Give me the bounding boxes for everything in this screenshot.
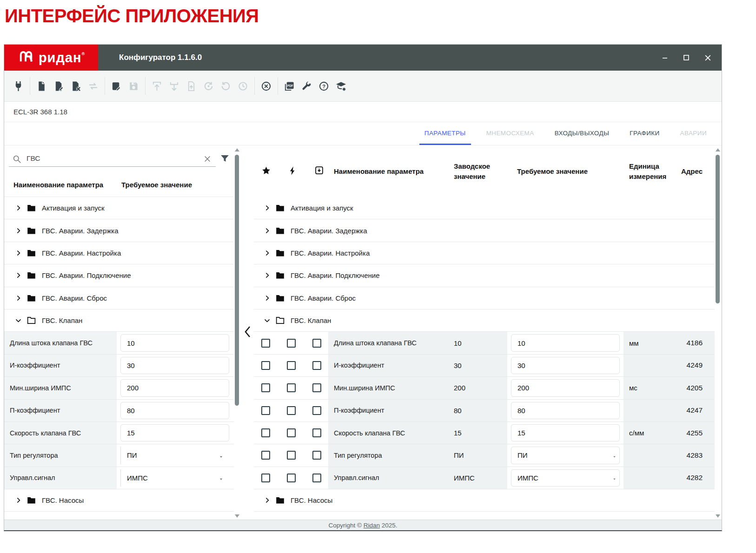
tree-group-row[interactable]: ГВС. Аварии. Задержка: [4, 219, 234, 242]
star-checkbox[interactable]: [261, 361, 270, 370]
lightning-checkbox[interactable]: [287, 361, 296, 370]
required-value-select[interactable]: ПИ: [117, 444, 234, 466]
required-value-input[interactable]: [120, 424, 229, 441]
required-value-select[interactable]: ИМПС: [507, 467, 623, 489]
required-value-input[interactable]: [120, 379, 229, 396]
restore-icon[interactable]: [200, 78, 217, 95]
footer: Copyright © Ridan 2025.: [4, 520, 722, 530]
write-config-icon[interactable]: [108, 78, 125, 95]
tree-group-row[interactable]: ГВС. Аварии. Настройка: [254, 242, 715, 264]
star-checkbox[interactable]: [261, 406, 270, 415]
tree-group-row[interactable]: Активация и запуск: [4, 197, 234, 219]
column-required-header: Требуемое значение: [121, 181, 192, 189]
download-icon[interactable]: [166, 78, 183, 95]
unit-value: мм: [623, 332, 675, 354]
minimize-button[interactable]: [661, 54, 669, 61]
edit-file-icon[interactable]: [50, 78, 67, 95]
tree-group-row[interactable]: ГВС. Аварии. Задержка: [254, 219, 715, 242]
collapse-panel-chevron[interactable]: [244, 326, 251, 340]
scroll-up-arrow[interactable]: [716, 148, 720, 151]
download-checkbox[interactable]: [312, 451, 321, 460]
save-icon[interactable]: [125, 78, 142, 95]
scrollbar-thumb[interactable]: [716, 155, 720, 303]
tree-group-row[interactable]: ГВС. Аварии. Сброс: [4, 287, 234, 309]
training-icon[interactable]: [332, 78, 350, 95]
chevron-down-icon: [219, 453, 224, 458]
download-checkbox[interactable]: [312, 361, 321, 370]
help-icon[interactable]: ?: [315, 78, 332, 95]
param-name: Длина штока клапана ГВС: [328, 332, 454, 354]
star-checkbox[interactable]: [261, 383, 270, 392]
tab-mnemoscheme[interactable]: МНЕМОСХЕМА: [481, 122, 539, 145]
tree-group-row[interactable]: ГВС. Аварии. Подключение: [254, 264, 715, 287]
star-checkbox[interactable]: [261, 428, 270, 437]
export-pdf-icon[interactable]: PDF: [281, 78, 298, 95]
clear-search-icon[interactable]: [203, 155, 212, 163]
upload-file-icon[interactable]: [183, 78, 200, 95]
delete-file-icon[interactable]: [67, 78, 85, 95]
tree-group-row[interactable]: ГВС. Насосы: [4, 489, 234, 512]
star-checkbox[interactable]: [261, 451, 270, 460]
scroll-down-arrow[interactable]: [716, 514, 720, 518]
required-value-input[interactable]: [120, 334, 229, 351]
tab-parameters[interactable]: ПАРАМЕТРЫ: [419, 122, 471, 145]
download-checkbox[interactable]: [312, 406, 321, 415]
param-row: П-коэффициент 80 4247: [254, 400, 715, 422]
history-clock-icon[interactable]: [234, 78, 252, 95]
tab-inputs-outputs[interactable]: ВХОДЫ/ВЫХОДЫ: [550, 122, 615, 145]
download-checkbox[interactable]: [312, 383, 321, 392]
required-value-input[interactable]: [511, 357, 620, 374]
scroll-down-arrow[interactable]: [235, 514, 239, 518]
chevron-down-icon: [612, 453, 617, 458]
column-name-header: Наименование параметра: [328, 167, 454, 175]
scroll-up-arrow[interactable]: [235, 148, 239, 151]
sync-icon[interactable]: [85, 78, 102, 95]
lightning-checkbox[interactable]: [287, 383, 296, 392]
required-value-input[interactable]: [120, 402, 229, 419]
tree-group-row[interactable]: ГВС. Аварии. Настройка: [4, 242, 234, 264]
tree-group-row[interactable]: ГВС. Основные настройки: [4, 512, 234, 520]
param-row: И-коэффициент: [4, 355, 234, 377]
required-value-input[interactable]: [120, 357, 229, 374]
lightning-checkbox[interactable]: [287, 339, 296, 348]
required-value-input[interactable]: [511, 424, 620, 441]
service-wrench-icon[interactable]: [298, 78, 315, 95]
tree-group-row-expanded[interactable]: ГВС. Клапан: [4, 309, 234, 332]
scrollbar-thumb[interactable]: [235, 155, 239, 406]
required-value-input[interactable]: [511, 379, 620, 396]
disconnect-icon[interactable]: [258, 78, 275, 95]
param-name: Длина штока клапана ГВС: [4, 332, 117, 354]
group-label: ГВС. Аварии. Сброс: [291, 294, 356, 302]
tree-group-row-expanded[interactable]: ГВС. Клапан: [254, 309, 715, 332]
filter-funnel-icon[interactable]: [220, 154, 230, 164]
required-value-select[interactable]: ИМПС: [117, 467, 234, 489]
download-box-icon: [314, 166, 324, 177]
ridan-link[interactable]: Ridan: [364, 522, 380, 529]
lightning-checkbox[interactable]: [287, 428, 296, 437]
maximize-button[interactable]: [683, 54, 690, 61]
download-checkbox[interactable]: [312, 474, 321, 482]
tree-group-row[interactable]: ГВС. Аварии. Подключение: [4, 264, 234, 287]
upload-icon[interactable]: [148, 78, 166, 95]
lightning-checkbox[interactable]: [287, 406, 296, 415]
new-file-icon[interactable]: [33, 78, 50, 95]
lightning-checkbox[interactable]: [287, 474, 296, 482]
required-value-input[interactable]: [511, 402, 620, 419]
tab-alarms[interactable]: АВАРИИ: [675, 122, 712, 145]
tree-group-row[interactable]: ГВС. Основные настройки: [254, 512, 715, 520]
required-value-input[interactable]: [511, 334, 620, 351]
star-checkbox[interactable]: [261, 339, 270, 348]
download-checkbox[interactable]: [312, 428, 321, 437]
close-button[interactable]: [704, 54, 711, 61]
star-checkbox[interactable]: [261, 474, 270, 482]
download-checkbox[interactable]: [312, 339, 321, 348]
search-input[interactable]: ГВС: [27, 154, 40, 163]
connect-plug-icon[interactable]: [10, 78, 27, 95]
tree-group-row[interactable]: ГВС. Насосы: [254, 489, 715, 512]
tree-group-row[interactable]: ГВС. Аварии. Сброс: [254, 287, 715, 309]
tree-group-row[interactable]: Активация и запуск: [254, 197, 715, 219]
required-value-select[interactable]: ПИ: [507, 444, 623, 466]
lightning-checkbox[interactable]: [287, 451, 296, 460]
undo-icon[interactable]: [217, 78, 234, 95]
tab-graphs[interactable]: ГРАФИКИ: [624, 122, 664, 145]
